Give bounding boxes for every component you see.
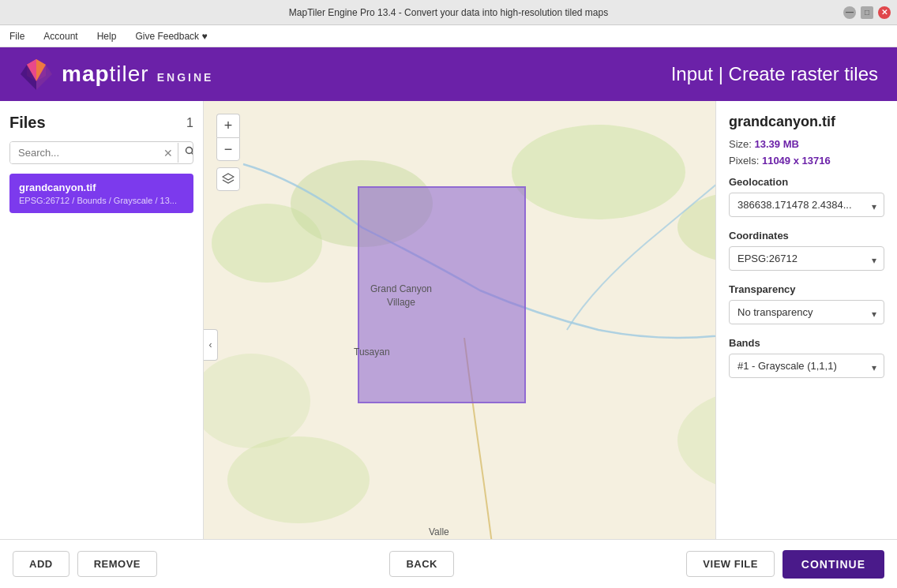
logo-bold: map (62, 62, 110, 86)
panel-pixels-label: Pixels: (729, 155, 759, 167)
back-button[interactable]: BACK (389, 551, 454, 577)
svg-point-13 (204, 354, 310, 448)
geolocation-label: Geolocation (729, 176, 884, 188)
svg-point-15 (677, 389, 715, 492)
menu-account[interactable]: Account (40, 29, 81, 43)
zoom-in-button[interactable]: + (216, 114, 240, 137)
search-input[interactable] (10, 142, 159, 163)
file-list-item[interactable]: grandcanyon.tif EPSG:26712 / Bounds / Gr… (9, 174, 193, 213)
sidebar-count: 1 (186, 116, 193, 130)
titlebar: MapTiler Engine Pro 13.4 - Convert your … (0, 0, 897, 25)
bottom-bar: ADD REMOVE BACK VIEW FILE CONTINUE (0, 539, 897, 588)
menubar: File Account Help Give Feedback ♥ (0, 25, 897, 47)
bands-dropdown[interactable]: #1 - Grayscale (1,1,1) (729, 354, 884, 378)
search-button[interactable] (178, 143, 193, 163)
map-controls: + − (216, 114, 240, 191)
minimize-button[interactable]: — (843, 6, 856, 19)
svg-point-14 (227, 436, 370, 523)
add-button[interactable]: ADD (13, 551, 69, 577)
sidebar: Files 1 ✕ grandcanyon.tif EPSG:26712 / B… (0, 101, 204, 588)
sidebar-header: Files 1 (9, 114, 193, 132)
view-file-button[interactable]: VIEW FILE (686, 551, 775, 577)
continue-button[interactable]: CONTINUE (783, 550, 884, 579)
titlebar-title: MapTiler Engine Pro 13.4 - Convert your … (289, 7, 608, 18)
svg-point-11 (512, 125, 685, 219)
menu-feedback[interactable]: Give Feedback ♥ (132, 29, 210, 43)
transparency-dropdown-wrapper: No transparency (729, 300, 884, 328)
svg-line-7 (192, 153, 194, 157)
transparency-label: Transparency (729, 283, 884, 295)
panel-filename: grandcanyon.tif (729, 114, 884, 130)
panel-size-row: Size: 13.39 MB (729, 138, 884, 150)
panel-size-label: Size: (729, 138, 752, 150)
layers-icon (222, 173, 235, 185)
map-label-grand-canyon: Grand Canyon Village (358, 283, 445, 309)
geolocation-dropdown[interactable]: 386638.171478 2.4384... (729, 193, 884, 217)
svg-point-9 (212, 204, 322, 283)
header-page-title: Input | Create raster tiles (671, 63, 878, 85)
panel-pixels-row: Pixels: 11049 x 13716 (729, 155, 884, 167)
map-label-valle: Valle (429, 526, 449, 539)
map-label-tusayan: Tusayan (354, 346, 390, 359)
window-controls: — □ ✕ (843, 6, 891, 19)
bands-dropdown-wrapper: #1 - Grayscale (1,1,1) (729, 354, 884, 381)
coordinates-label: Coordinates (729, 230, 884, 242)
bottom-center-buttons: BACK (389, 551, 454, 577)
file-item-name: grandcanyon.tif (19, 182, 184, 193)
coordinates-dropdown[interactable]: EPSG:26712 (729, 246, 884, 271)
header: maptiler ENGINE Input | Create raster ti… (0, 47, 897, 101)
panel-size-value: 13.39 MB (755, 138, 799, 150)
bottom-left-buttons: ADD REMOVE (13, 551, 157, 577)
logo-text-group: maptiler ENGINE (62, 62, 213, 87)
svg-point-6 (186, 148, 193, 154)
remove-button[interactable]: REMOVE (77, 551, 157, 577)
bands-label: Bands (729, 337, 884, 349)
transparency-dropdown[interactable]: No transparency (729, 300, 884, 324)
logo-engine: ENGINE (157, 71, 214, 84)
close-button[interactable]: ✕ (878, 6, 891, 19)
search-bar: ✕ (9, 141, 193, 164)
collapse-sidebar-button[interactable]: ‹ (204, 329, 218, 361)
layers-button[interactable] (216, 167, 240, 191)
menu-file[interactable]: File (6, 29, 28, 43)
sidebar-title: Files (9, 114, 46, 132)
file-item-meta: EPSG:26712 / Bounds / Grayscale / 13... (19, 196, 184, 205)
coordinates-dropdown-wrapper: EPSG:26712 (729, 246, 884, 274)
bottom-right-buttons: VIEW FILE CONTINUE (686, 550, 884, 579)
zoom-out-button[interactable]: − (216, 137, 240, 161)
search-icon (185, 146, 193, 157)
logo-icon (19, 57, 54, 92)
maximize-button[interactable]: □ (861, 6, 873, 19)
panel-pixels-value: 11049 x 13716 (762, 155, 831, 167)
right-panel: grandcanyon.tif Size: 13.39 MB Pixels: 1… (715, 101, 897, 588)
svg-point-12 (677, 192, 715, 263)
logo-light: tiler (110, 62, 149, 86)
geolocation-dropdown-wrapper: 386638.171478 2.4384... (729, 193, 884, 220)
logo-area: maptiler ENGINE (19, 57, 213, 92)
map-area: 89 Grand Canyon Village Tusayan Valle + … (204, 101, 715, 588)
search-clear-button[interactable]: ✕ (159, 144, 178, 163)
main-layout: Files 1 ✕ grandcanyon.tif EPSG:26712 / B… (0, 101, 897, 588)
menu-help[interactable]: Help (94, 29, 120, 43)
